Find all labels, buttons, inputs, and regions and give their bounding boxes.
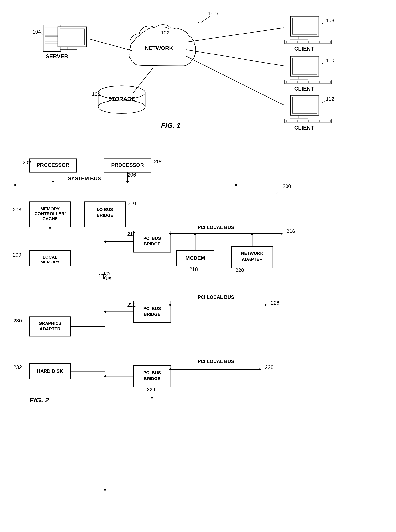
ref-208: 208 [13,207,21,212]
ref-214: 214 [127,231,136,237]
svg-rect-19 [60,29,84,45]
svg-marker-114 [235,184,238,186]
pci-bus-bridge2-label1: PCI BUS [143,306,161,311]
pci-bus-bridge2-label2: BRIDGE [144,312,161,317]
modem-label: MODEM [186,255,205,261]
local-memory-label2: MEMORY [41,260,60,264]
io-bus-bridge-label2: BRIDGE [97,213,113,218]
ref-212: 212 [99,273,108,278]
ref-226: 226 [271,300,279,306]
svg-line-102 [321,102,325,103]
svg-line-55 [186,28,284,42]
svg-rect-60 [285,80,332,84]
memory-controller-label3: CACHE [42,216,58,221]
server-label: SERVER [46,54,68,60]
svg-line-54 [321,23,325,24]
fig2-svg: 200 PROCESSOR 202 PROCESSOR 204 206 SYST… [0,147,396,529]
ref-206: 206 [128,172,136,178]
processor2-label: PROCESSOR [111,163,144,168]
pci-local-bus1-label: PCI LOCAL BUS [198,225,234,230]
graphics-adapter-label2: ADAPTER [40,326,60,331]
svg-line-0 [200,16,210,23]
io-bus-bridge-label1: I/O BUS [97,207,113,212]
svg-marker-109 [52,181,54,183]
svg-marker-113 [13,184,16,186]
ref-112: 112 [326,96,334,102]
processor1-label: PROCESSOR [37,163,69,168]
ref-224: 224 [147,387,155,392]
memory-controller-label2: CONTROLLER/ [35,211,66,216]
svg-point-28 [98,100,145,113]
svg-rect-84 [285,119,332,123]
fig2-area: 200 PROCESSOR 202 PROCESSOR 204 206 SYST… [0,147,396,529]
pci-bus-bridge1-label2: BRIDGE [144,242,161,246]
ref-209: 209 [13,252,21,258]
ref-108: 108 [326,18,334,23]
ref-230: 230 [13,318,22,323]
fig1-title: FIG. 1 [161,122,181,129]
client-label-3: CLIENT [294,125,314,131]
network-adapter-label1: NETWORK [241,251,263,256]
client-label-1: CLIENT [294,46,314,52]
storage-label: STORAGE [108,96,135,102]
fig1-svg: 100 NETWORK 102 [0,6,396,139]
svg-rect-57 [292,58,317,74]
svg-marker-111 [126,181,129,183]
ref-110: 110 [326,58,334,63]
network-adapter-label2: ADAPTER [242,257,262,262]
pci-local-bus2-label: PCI LOCAL BUS [198,294,234,300]
ref-104: 104 [32,29,41,34]
ref-210: 210 [128,201,136,206]
ref-204: 204 [154,158,163,164]
svg-line-78 [321,62,325,64]
pci-bus-bridge1-label1: PCI BUS [143,236,161,241]
ref-100: 100 [208,10,218,17]
svg-rect-36 [285,40,332,44]
svg-line-23 [90,39,132,51]
svg-marker-123 [104,489,106,491]
ref-102: 102 [161,30,169,35]
ref-220: 220 [235,267,244,273]
diagram-container: 100 NETWORK 102 [0,0,396,532]
ref-200: 200 [283,183,291,189]
pci-bus-bridge3-label1: PCI BUS [143,370,161,375]
local-memory-label1: LOCAL [43,255,58,260]
svg-line-104 [276,189,282,195]
pci-bus-bridge3-label2: BRIDGE [144,376,161,381]
client-label-2: CLIENT [294,86,314,92]
ref-222: 222 [127,302,136,308]
fig1-area: 100 NETWORK 102 [0,6,396,139]
svg-marker-147 [151,397,153,399]
svg-marker-129 [281,233,283,235]
svg-marker-142 [265,304,267,306]
svg-rect-33 [292,18,317,34]
network-label: NETWORK [145,45,173,51]
memory-controller-label: MEMORY [41,206,60,211]
ref-216: 216 [286,228,295,234]
ref-218: 218 [189,266,198,272]
svg-marker-152 [259,368,261,370]
ref-202: 202 [23,160,31,165]
ref-228: 228 [265,364,273,370]
svg-rect-81 [292,97,317,113]
pci-local-bus3-label: PCI LOCAL BUS [198,359,234,364]
hard-disk-label: HARD DISK [37,368,63,374]
system-bus-label: SYSTEM BUS [68,176,101,181]
graphics-adapter-label1: GRAPHICS [39,321,61,326]
svg-line-31 [134,68,153,92]
ref-232: 232 [13,364,22,370]
svg-line-1 [198,23,200,23]
ref-106: 106 [92,91,100,97]
fig2-title: FIG. 2 [29,396,49,404]
